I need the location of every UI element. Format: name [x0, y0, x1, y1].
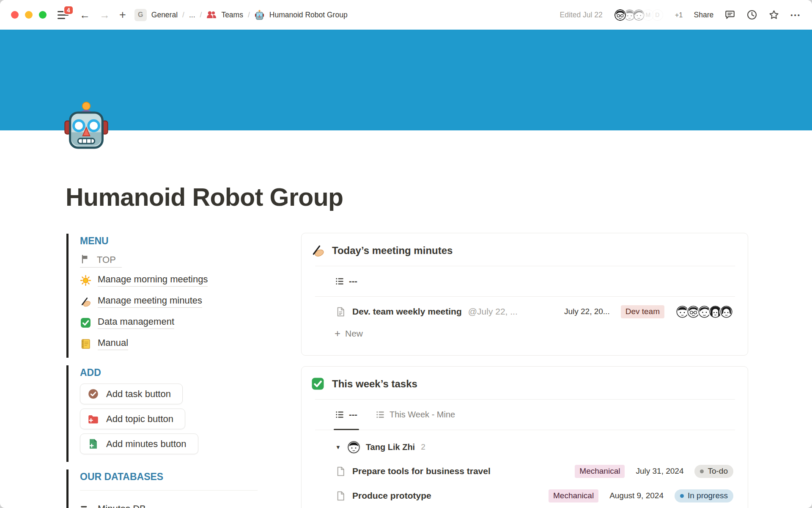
task-row[interactable]: Produce prototype Mechanical August 9, 2… [302, 483, 748, 508]
page-robot-icon[interactable] [64, 101, 108, 152]
meeting-member-avatars [675, 305, 733, 319]
menu-item-meeting-minutes[interactable]: Manage meeting minutes [80, 291, 267, 312]
menu-item-manual[interactable]: Manual [80, 333, 267, 354]
databases-heading: OUR DATABASES [80, 471, 267, 483]
menu-heading: MENU [80, 235, 267, 247]
favorite-star-icon[interactable] [768, 9, 779, 20]
green-check-icon [80, 317, 91, 329]
task-due-date: July 31, 2024 [636, 467, 683, 476]
avatar-letter: D [651, 8, 664, 22]
breadcrumb-general[interactable]: General [151, 11, 178, 19]
traffic-lights [11, 11, 47, 19]
view-tab-default[interactable]: --- [335, 266, 357, 296]
menu-section: MENU TOP Manage morning meetings Manage … [66, 234, 267, 358]
status-dot-icon [700, 469, 704, 473]
writing-hand-icon [311, 243, 325, 257]
button-label: Add task button [106, 389, 171, 400]
history-clock-icon[interactable] [746, 9, 757, 20]
new-label: New [345, 329, 363, 339]
list-view-icon [335, 277, 344, 286]
menu-item-top[interactable]: TOP [80, 252, 267, 270]
menu-item-data-management[interactable]: Data management [80, 312, 267, 333]
more-options-icon[interactable]: ••• [790, 11, 801, 19]
breadcrumb-current-page[interactable]: Humanoid Robot Group [269, 11, 348, 19]
page-cover [0, 30, 812, 130]
zoom-window-button[interactable] [39, 11, 47, 19]
assignee-avatar [348, 441, 360, 453]
teams-icon [206, 10, 217, 20]
meeting-title: Dev. team weekly meeting [352, 306, 462, 317]
card-header: This week’s tasks [302, 367, 748, 391]
status-label: In progress [688, 491, 728, 500]
weekly-tasks-card: This week’s tasks --- This Week - Mine ▼… [301, 366, 748, 508]
menu-item-label: Manage meeting minutes [98, 295, 202, 308]
folder-plus-icon [88, 413, 99, 425]
app-window: 4 ← → + G General / ... / Teams / Humano… [0, 0, 812, 508]
new-page-button[interactable]: + [119, 9, 126, 21]
task-title: Prepare tools for business travel [352, 466, 491, 476]
menu-item-label: Manual [98, 337, 128, 350]
group-header-row[interactable]: ▼ Tang Lik Zhi 2 [302, 435, 748, 459]
databases-section: OUR DATABASES Minutes DB [66, 469, 267, 508]
status-dot-icon [680, 494, 684, 498]
comments-icon[interactable] [724, 9, 735, 20]
page-doc-icon [335, 491, 346, 501]
status-badge: In progress [675, 489, 733, 502]
add-minutes-button[interactable]: Add minutes button [80, 433, 198, 454]
edited-timestamp[interactable]: Edited Jul 22 [560, 11, 603, 19]
add-section: ADD Add task button Add topic button Add… [66, 365, 267, 462]
back-button[interactable]: ← [80, 10, 90, 20]
breadcrumb-separator: / [248, 11, 250, 19]
page-doc-icon [335, 306, 346, 317]
add-task-button[interactable]: Add task button [80, 384, 183, 404]
category-tag: Mechanical [549, 489, 598, 502]
close-window-button[interactable] [11, 11, 19, 19]
breadcrumb-teams[interactable]: Teams [221, 11, 243, 19]
view-tab-label: This Week - Mine [390, 410, 455, 420]
task-row[interactable]: Prepare tools for business travel Mechan… [302, 459, 748, 483]
task-circle-check-icon [88, 388, 99, 400]
view-tab-this-week-mine[interactable]: This Week - Mine [376, 400, 455, 430]
notebook-icon [80, 338, 91, 350]
list-view-icon [376, 410, 385, 419]
status-label: To-do [708, 467, 728, 476]
menu-item-label: Manage morning meetings [98, 274, 208, 287]
share-button[interactable]: Share [694, 11, 714, 19]
view-tabs: --- [315, 266, 735, 297]
left-column: MENU TOP Manage morning meetings Manage … [66, 234, 267, 508]
writing-hand-icon [80, 296, 91, 307]
menu-item-label: Data management [98, 316, 174, 329]
task-due-date: August 9, 2024 [609, 491, 664, 500]
robot-icon [255, 10, 265, 20]
page-title[interactable]: Humanoid Robot Group [66, 183, 343, 212]
topbar-actions: Edited Jul 22 M D +1 Share ••• [560, 8, 801, 22]
card-header: Today’s meeting minutes [302, 233, 748, 257]
minimize-window-button[interactable] [25, 11, 33, 19]
green-check-icon [311, 377, 325, 391]
status-badge: To-do [694, 465, 733, 478]
menu-item-morning-meetings[interactable]: Manage morning meetings [80, 270, 267, 291]
card-title: Today’s meeting minutes [332, 245, 453, 257]
add-heading: ADD [80, 367, 267, 378]
workspace-badge[interactable]: G [134, 9, 147, 21]
sidebar-toggle-icon[interactable]: 4 [58, 9, 70, 20]
collapse-caret-icon[interactable]: ▼ [335, 444, 341, 450]
task-title: Produce prototype [352, 491, 431, 501]
breadcrumb-separator: / [182, 11, 184, 19]
breadcrumb-ellipsis[interactable]: ... [189, 11, 195, 19]
notification-badge: 4 [63, 6, 74, 15]
member-avatars[interactable]: M D [614, 8, 664, 22]
avatar [614, 8, 627, 22]
list-view-icon [335, 410, 344, 419]
meeting-row[interactable]: Dev. team weekly meeting @July 22, ... J… [302, 299, 748, 324]
new-row-button[interactable]: + New [302, 324, 748, 343]
forward-button[interactable]: → [99, 10, 110, 20]
right-column: Today’s meeting minutes --- Dev. team we… [301, 233, 748, 508]
database-item-minutes-db[interactable]: Minutes DB [80, 499, 267, 508]
add-topic-button[interactable]: Add topic button [80, 409, 185, 429]
more-members-count[interactable]: +1 [675, 11, 683, 19]
top-bar: 4 ← → + G General / ... / Teams / Humano… [0, 0, 812, 30]
divider [80, 490, 258, 491]
view-tab-default[interactable]: --- [335, 400, 357, 430]
list-pencil-icon [80, 504, 91, 508]
